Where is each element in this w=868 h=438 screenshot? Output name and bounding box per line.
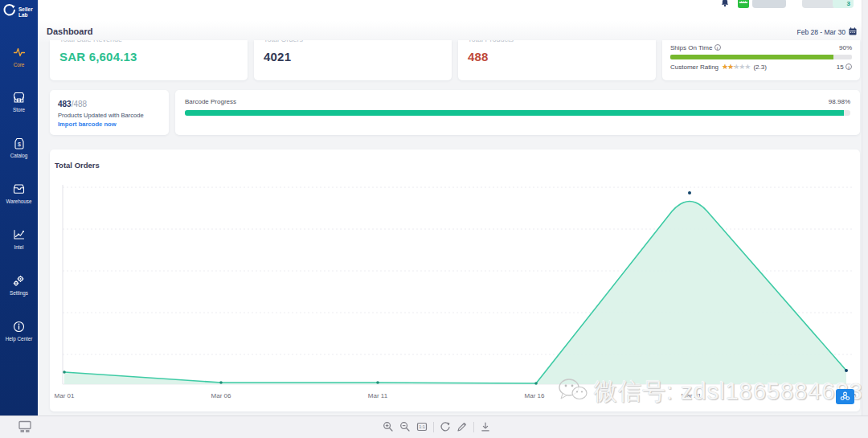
rating-value: (2.3) bbox=[753, 63, 766, 71]
zoom-out-icon[interactable] bbox=[399, 421, 411, 432]
share-corner-badge[interactable] bbox=[836, 389, 854, 404]
page-title: Dashboard bbox=[47, 27, 92, 36]
review-count: 15 i bbox=[837, 63, 852, 71]
date-range-picker[interactable]: Feb 28 - Mar 30 bbox=[797, 27, 857, 37]
barcode-progress-value: 98.98% bbox=[829, 98, 850, 105]
import-barcode-link[interactable]: Import barcode now bbox=[58, 121, 161, 128]
toolbar-divider bbox=[433, 422, 434, 432]
info-icon[interactable]: i bbox=[714, 44, 721, 51]
ships-on-time-label: Ships On Time i bbox=[670, 44, 721, 51]
stat-label: Total Products bbox=[468, 40, 646, 43]
edit-icon[interactable] bbox=[457, 421, 468, 432]
restore-icon[interactable] bbox=[440, 421, 451, 432]
x-tick: Mar 11 bbox=[368, 392, 388, 399]
info-circle-icon bbox=[0, 320, 38, 333]
chart-toolbox: 1:1 bbox=[383, 421, 491, 432]
barcode-subtitle: Products Updated with Barcode bbox=[58, 112, 161, 119]
price-tag-icon: $ bbox=[0, 137, 38, 149]
svg-text:1:1: 1:1 bbox=[419, 424, 425, 429]
x-tick: Mar 06 bbox=[211, 392, 231, 399]
seller-lab-logo-icon bbox=[2, 3, 16, 20]
sidebar-item-label: Warehouse bbox=[0, 199, 38, 204]
stat-card-orders: Total Orders 4021 bbox=[254, 40, 452, 80]
x-tick: Mar 16 bbox=[525, 392, 545, 399]
barcode-total: 488 bbox=[73, 100, 87, 108]
barcode-summary-card: 483/488 Products Updated with Barcode Im… bbox=[50, 90, 169, 135]
topbar-placeholder-chip[interactable] bbox=[752, 0, 786, 8]
barcode-progress-label: Barcode Progress bbox=[185, 98, 236, 105]
seller-lab-dashboard: Seller Lab Core Store $ bbox=[0, 0, 868, 438]
stat-card-products: Total Products 488 bbox=[458, 40, 656, 80]
barcode-progress-bar-fill bbox=[185, 110, 844, 116]
ships-on-time-value: 90% bbox=[839, 44, 852, 51]
logo-text: Seller Lab bbox=[18, 6, 38, 18]
download-icon[interactable] bbox=[480, 421, 491, 432]
sidebar: Seller Lab Core Store $ bbox=[0, 0, 38, 415]
star-rating: ★★★★★★★★★★ bbox=[722, 63, 750, 71]
sidebar-item-intel[interactable]: Intel bbox=[0, 228, 38, 250]
stat-value-revenue: SAR 6,604.13 bbox=[59, 50, 238, 63]
calendar-icon bbox=[849, 27, 857, 37]
svg-text:$: $ bbox=[18, 141, 21, 147]
one-to-one-icon[interactable]: 1:1 bbox=[416, 421, 428, 432]
x-tick: Mar 21 bbox=[682, 392, 702, 399]
stat-card-revenue: Total Sale Revenue SAR 6,604.13 bbox=[50, 40, 248, 80]
sidebar-item-label: Settings bbox=[0, 290, 38, 296]
chart-line-icon bbox=[0, 228, 38, 241]
zoom-in-icon[interactable] bbox=[383, 421, 394, 432]
sidebar-item-core[interactable]: Core bbox=[0, 46, 38, 68]
topbar-placeholder-chip[interactable] bbox=[802, 0, 836, 8]
sidebar-item-help-center[interactable]: Help Center bbox=[0, 320, 38, 342]
barcode-progress-bar bbox=[185, 110, 850, 116]
page-header-background bbox=[38, 21, 862, 42]
sidebar-item-settings[interactable]: Settings bbox=[0, 274, 38, 296]
barcode-progress-card: Barcode Progress 98.98% bbox=[175, 90, 860, 135]
app-logo[interactable]: Seller Lab bbox=[2, 3, 38, 20]
x-tick: Mar 01 bbox=[55, 392, 75, 399]
stat-value-orders: 4021 bbox=[264, 50, 442, 63]
info-icon[interactable]: i bbox=[845, 63, 852, 70]
sidebar-item-store[interactable]: Store bbox=[0, 91, 38, 113]
sidebar-item-warehouse[interactable]: Warehouse bbox=[0, 182, 38, 204]
toolbar-divider bbox=[473, 422, 474, 432]
bell-icon[interactable] bbox=[719, 0, 731, 9]
activity-icon bbox=[0, 46, 38, 59]
stat-label: Total Sale Revenue bbox=[59, 40, 238, 43]
monitor-icon[interactable] bbox=[18, 420, 32, 433]
customer-rating: Customer Rating ★★★★★★★★★★ (2.3) bbox=[670, 63, 767, 71]
sidebar-item-catalog[interactable]: $ Catalog bbox=[0, 137, 38, 158]
performance-card: Ships On Time i 90% Customer Rating ★★★★… bbox=[662, 40, 860, 80]
storefront-icon bbox=[0, 91, 38, 104]
total-orders-area-chart: Mar 01 Mar 06 Mar 11 Mar 16 Mar 21 Mar 2… bbox=[50, 149, 860, 411]
bottom-toolbar: 1:1 bbox=[0, 415, 868, 438]
date-range-label: Feb 28 - Mar 30 bbox=[797, 28, 845, 36]
stat-value-products: 488 bbox=[468, 50, 646, 63]
sidebar-item-label: Help Center bbox=[0, 336, 38, 342]
sidebar-item-label: Intel bbox=[0, 244, 38, 250]
scrollbar-track[interactable] bbox=[862, 0, 868, 415]
sidebar-item-label: Catalog bbox=[0, 153, 38, 158]
area-fill bbox=[64, 202, 846, 385]
ships-on-time-bar bbox=[670, 55, 852, 59]
sidebar-item-label: Core bbox=[0, 62, 38, 68]
sidebar-item-label: Store bbox=[0, 107, 38, 113]
store-icon[interactable] bbox=[737, 0, 750, 9]
share-nodes-icon bbox=[840, 390, 850, 404]
drawer-icon bbox=[0, 182, 38, 195]
stat-label: Total Orders bbox=[264, 40, 442, 43]
topbar: 3 bbox=[38, 0, 862, 21]
gears-icon bbox=[0, 274, 38, 287]
barcode-count: 483 bbox=[58, 100, 72, 108]
total-orders-chart-card: Total Orders bbox=[50, 149, 860, 411]
notification-count-badge[interactable]: 3 bbox=[833, 0, 854, 8]
ships-on-time-bar-fill bbox=[670, 55, 833, 59]
